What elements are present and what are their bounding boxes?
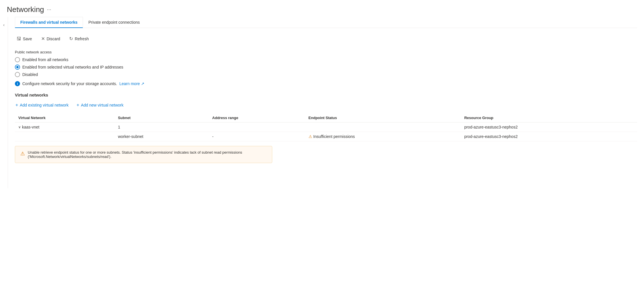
col-header-endpoint: Endpoint Status [305, 113, 461, 123]
sidebar-collapse-button[interactable]: ‹ [0, 17, 8, 188]
cell-resource-group-2: prod-azure-eastusc3-nephos2 [461, 132, 637, 141]
tab-private-endpoints[interactable]: Private endpoint connections [83, 17, 145, 28]
discard-button[interactable]: ✕ Discard [39, 35, 62, 43]
radio-label-all: Enabled from all networks [22, 57, 68, 62]
info-row: i Configure network security for your st… [15, 81, 637, 86]
warning-banner-icon: ⚠ [20, 151, 25, 157]
table-header-row: Virtual Network Subnet Address range End… [15, 113, 637, 123]
radio-label-disabled: Disabled [22, 72, 38, 77]
radio-circle-all [15, 57, 20, 62]
cell-endpoint-status-2: ⚠ Insufficient permissions [305, 132, 461, 141]
add-new-vnet-button[interactable]: + Add new virtual network [76, 101, 124, 109]
radio-label-selected: Enabled from selected virtual networks a… [22, 65, 123, 69]
external-link-icon: ↗ [141, 81, 144, 86]
public-network-section: Public network access Enabled from all n… [15, 50, 637, 86]
learn-more-link[interactable]: Learn more ↗ [120, 81, 144, 86]
col-header-address: Address range [209, 113, 305, 123]
action-bar: + Add existing virtual network + Add new… [15, 101, 637, 109]
refresh-button[interactable]: ↻ Refresh [67, 35, 90, 43]
save-label: Save [23, 37, 32, 41]
warning-banner: ⚠ Unable retrieve endpoint status for on… [15, 146, 272, 163]
radio-disabled[interactable]: Disabled [15, 72, 637, 77]
tab-bar: Firewalls and virtual networks Private e… [15, 17, 637, 28]
radio-circle-disabled [15, 72, 20, 77]
virtual-networks-title: Virtual networks [15, 93, 637, 97]
tab-firewalls[interactable]: Firewalls and virtual networks [15, 17, 83, 28]
network-access-radio-group: Enabled from all networks Enabled from s… [15, 57, 637, 77]
warning-banner-text: Unable retrieve endpoint status for one … [28, 150, 267, 159]
ellipsis-icon[interactable]: ··· [47, 7, 51, 13]
collapse-icon: ‹ [3, 23, 5, 27]
cell-vnet-name-empty [15, 132, 114, 141]
radio-selected-networks[interactable]: Enabled from selected virtual networks a… [15, 65, 637, 70]
cell-subnet-count: 1 [114, 123, 209, 132]
info-icon: i [15, 81, 20, 86]
table-row[interactable]: ∨ kaas-vnet 1 prod-azure-eastusc3-nephos… [15, 123, 637, 132]
add-existing-label: Add existing virtual network [20, 103, 68, 107]
table-row[interactable]: worker-subnet - ⚠ Insufficient permissio… [15, 132, 637, 141]
virtual-networks-table: Virtual Network Subnet Address range End… [15, 113, 637, 141]
insufficient-permissions-label: Insufficient permissions [313, 134, 355, 139]
page-title: Networking ··· [0, 0, 644, 17]
cell-resource-group: prod-azure-eastusc3-nephos2 [461, 123, 637, 132]
virtual-networks-section: Virtual networks + Add existing virtual … [15, 93, 637, 163]
plus-icon-new: + [77, 103, 79, 108]
info-text: Configure network security for your stor… [22, 81, 117, 86]
cell-endpoint-status [305, 123, 461, 132]
chevron-down-icon[interactable]: ∨ [18, 125, 21, 129]
radio-all-networks[interactable]: Enabled from all networks [15, 57, 637, 62]
toolbar: 🖫 Save ✕ Discard ↻ Refresh [15, 34, 637, 44]
cell-address-range-2: - [209, 132, 305, 141]
title-text: Networking [7, 5, 44, 14]
refresh-label: Refresh [75, 37, 89, 41]
plus-icon-existing: + [15, 103, 18, 108]
cell-address-range [209, 123, 305, 132]
col-header-vnet: Virtual Network [15, 113, 114, 123]
col-header-rg: Resource Group [461, 113, 637, 123]
save-button[interactable]: 🖫 Save [15, 35, 34, 43]
add-existing-vnet-button[interactable]: + Add existing virtual network [15, 101, 69, 109]
cell-subnet-name: worker-subnet [114, 132, 209, 141]
col-header-subnet: Subnet [114, 113, 209, 123]
add-new-label: Add new virtual network [81, 103, 124, 107]
cell-vnet-name: ∨ kaas-vnet [15, 123, 114, 132]
public-network-label: Public network access [15, 50, 637, 54]
save-icon: 🖫 [17, 36, 21, 41]
discard-icon: ✕ [41, 36, 45, 41]
warning-icon: ⚠ [309, 134, 312, 139]
refresh-icon: ↻ [69, 36, 73, 41]
discard-label: Discard [47, 37, 60, 41]
radio-circle-selected [15, 65, 20, 70]
